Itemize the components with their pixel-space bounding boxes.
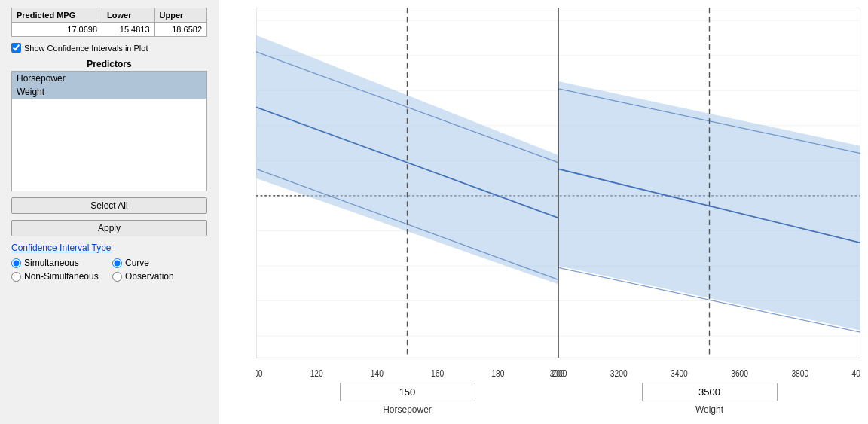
radio-curve-label: Curve xyxy=(125,258,149,268)
radio-observation[interactable]: Observation xyxy=(112,271,207,282)
svg-text:180: 180 xyxy=(491,368,504,377)
apply-button[interactable]: Apply xyxy=(11,220,207,236)
ci-type-link[interactable]: Confidence Interval Type xyxy=(11,243,112,253)
val-upper: 18.6582 xyxy=(154,23,206,37)
chart-canvas: 22 21 20 19 18 17 16 15 14 13 12 xyxy=(256,8,860,377)
predictors-list[interactable]: Horsepower Weight xyxy=(11,71,207,191)
predictors-title: Predictors xyxy=(11,59,207,69)
radio-non-simultaneous[interactable]: Non-Simultaneous xyxy=(11,271,106,282)
predictor-horsepower[interactable]: Horsepower xyxy=(12,72,206,85)
horsepower-input-group: Horsepower xyxy=(340,383,475,415)
select-all-button[interactable]: Select All xyxy=(11,197,207,214)
svg-text:3200: 3200 xyxy=(610,368,628,377)
predictors-section: Predictors Horsepower Weight xyxy=(11,59,207,191)
radio-non-simultaneous-label: Non-Simultaneous xyxy=(24,271,99,282)
svg-text:3800: 3800 xyxy=(791,368,808,377)
val-lower: 15.4813 xyxy=(102,23,154,37)
svg-text:100: 100 xyxy=(256,368,263,377)
radio-simultaneous-label: Simultaneous xyxy=(24,258,79,268)
ci-type-section: Confidence Interval Type Simultaneous Cu… xyxy=(11,243,207,282)
radio-curve-input[interactable] xyxy=(112,258,122,268)
svg-text:160: 160 xyxy=(431,368,444,377)
predictor-weight[interactable]: Weight xyxy=(12,85,206,99)
svg-text:140: 140 xyxy=(371,368,384,377)
svg-text:4000: 4000 xyxy=(852,368,860,377)
col-upper: Upper xyxy=(154,8,206,23)
radio-observation-input[interactable] xyxy=(112,272,122,282)
val-predicted: 17.0698 xyxy=(12,23,102,37)
col-predicted-mpg: Predicted MPG xyxy=(12,8,102,23)
svg-text:3600: 3600 xyxy=(731,368,748,377)
col-lower: Lower xyxy=(102,8,154,23)
prediction-table: Predicted MPG Lower Upper 17.0698 15.481… xyxy=(11,8,207,37)
weight-input[interactable] xyxy=(642,383,778,401)
svg-text:3000: 3000 xyxy=(550,368,567,377)
chart-area: 22 21 20 19 18 17 16 15 14 13 12 xyxy=(219,0,868,424)
radio-non-simultaneous-input[interactable] xyxy=(11,272,21,282)
svg-text:3400: 3400 xyxy=(671,368,688,377)
horsepower-label: Horsepower xyxy=(383,404,432,415)
show-ci-row: Show Confidence Intervals in Plot xyxy=(11,43,207,53)
weight-input-group: Weight xyxy=(642,383,778,415)
chart-inputs: Horsepower Weight xyxy=(256,377,860,416)
left-panel: Predicted MPG Lower Upper 17.0698 15.481… xyxy=(0,0,219,424)
weight-label: Weight xyxy=(695,404,723,415)
radio-simultaneous[interactable]: Simultaneous xyxy=(11,258,106,268)
radio-observation-label: Observation xyxy=(125,271,174,282)
show-ci-label: Show Confidence Intervals in Plot xyxy=(24,44,148,53)
radio-simultaneous-input[interactable] xyxy=(11,258,21,268)
show-ci-checkbox[interactable] xyxy=(11,43,21,53)
main-chart-svg: 22 21 20 19 18 17 16 15 14 13 12 xyxy=(256,8,860,377)
ci-type-options: Simultaneous Curve Non-Simultaneous Obse… xyxy=(11,258,207,282)
svg-text:120: 120 xyxy=(310,368,323,377)
radio-curve[interactable]: Curve xyxy=(112,258,207,268)
horsepower-input[interactable] xyxy=(340,383,475,401)
